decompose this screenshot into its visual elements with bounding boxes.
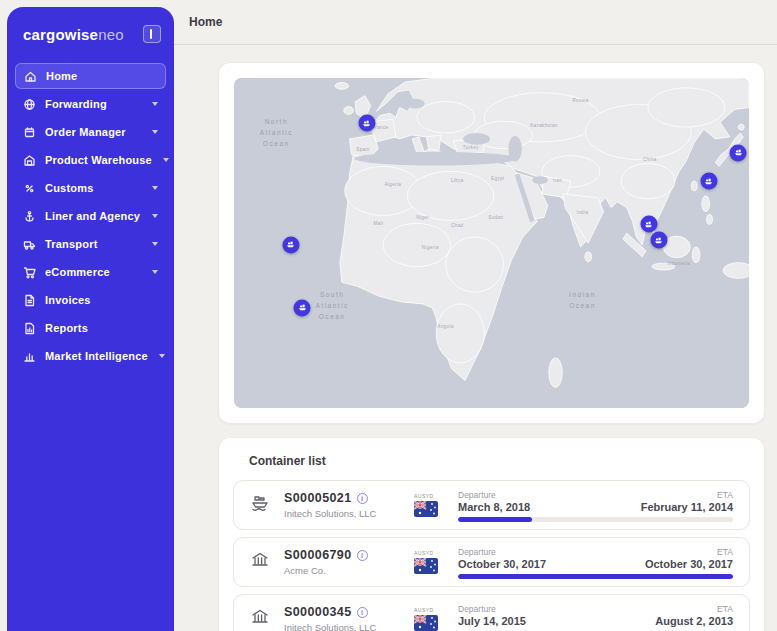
container-row[interactable]: S00006790i Acme Co. AUSYD Departure Octo… (233, 537, 750, 587)
anchor-icon (23, 210, 36, 223)
sidebar-item-invoices[interactable]: Invoices (15, 287, 166, 313)
ship-marker[interactable] (650, 232, 667, 249)
truck-icon (23, 238, 36, 251)
eta-label: ETA (641, 490, 733, 500)
sidebar-item-label: Liner and Agency (45, 210, 141, 222)
departure-label: Departure (458, 604, 526, 614)
home-icon (24, 70, 37, 83)
container-row[interactable]: S00000345i Initech Solutions, LLC AUSYD … (233, 594, 750, 631)
sidebar-item-label: Forwarding (45, 98, 141, 110)
ship-marker[interactable] (358, 115, 375, 132)
origin-flag-block: AUSYD (414, 607, 444, 631)
info-icon[interactable]: i (357, 493, 368, 504)
page-title: Home (189, 15, 222, 29)
sidebar-item-label: Product Warehouse (45, 154, 152, 166)
sidebar-item-forwarding[interactable]: Forwarding (15, 91, 166, 117)
eta-label: ETA (645, 547, 733, 557)
container-row[interactable]: S00005021i Initech Solutions, LLC AUSYD … (233, 480, 750, 530)
eta-date: August 2, 2013 (655, 615, 733, 627)
chevron-down-icon (152, 242, 158, 246)
port-code: AUSYD (414, 493, 444, 499)
percent-icon (23, 182, 36, 195)
sidebar-item-label: Order Manager (45, 126, 141, 138)
brand-logo: cargowiseneo (23, 26, 124, 43)
invoice-icon (23, 294, 36, 307)
container-list-title: Container list (249, 454, 750, 468)
departure-block: Departure October 30, 2017 (458, 547, 546, 570)
ship-icon (250, 493, 270, 517)
ship-marker[interactable] (294, 299, 311, 316)
departure-label: Departure (458, 547, 546, 557)
departure-date: July 14, 2015 (458, 615, 526, 627)
info-icon[interactable]: i (357, 550, 368, 561)
sidebar-item-label: Customs (45, 182, 141, 194)
ship-icon (733, 148, 743, 158)
world-map-svg (234, 78, 749, 408)
ship-icon (362, 118, 372, 128)
main-area: Home (174, 0, 777, 631)
sidebar-item-label: Transport (45, 238, 141, 250)
chevron-down-icon (152, 130, 158, 134)
sidebar-item-market-intelligence[interactable]: Market Intelligence (15, 343, 166, 369)
ship-marker[interactable] (640, 216, 657, 233)
building-icon (250, 607, 270, 631)
container-id: S00000345 (284, 605, 352, 619)
chevron-down-icon (152, 270, 158, 274)
container-id: S00005021 (284, 491, 352, 505)
eta-block: ETA October 30, 2017 (645, 547, 733, 570)
ship-icon (644, 219, 654, 229)
info-icon[interactable]: i (357, 607, 368, 618)
world-map[interactable]: NorthAtlanticOceanSouthAtlanticOceanIndi… (234, 78, 749, 408)
departure-block: Departure July 14, 2015 (458, 604, 526, 627)
building-icon (250, 550, 270, 574)
page-header: Home (174, 0, 777, 45)
sidebar-item-reports[interactable]: Reports (15, 315, 166, 341)
port-code: AUSYD (414, 607, 444, 613)
app-root: cargowiseneo Home Forwarding Order Manag… (0, 0, 777, 631)
departure-block: Departure March 8, 2018 (458, 490, 530, 513)
progress-fill (458, 517, 532, 522)
ship-icon (286, 240, 296, 250)
shipment-progress-block: Departure October 30, 2017 ETA October 3… (458, 545, 733, 579)
sidebar-item-order-manager[interactable]: Order Manager (15, 119, 166, 145)
eta-date: February 11, 2014 (641, 501, 733, 513)
company-name: Initech Solutions, LLC (284, 622, 400, 631)
departure-date: March 8, 2018 (458, 501, 530, 513)
origin-flag-block: AUSYD (414, 550, 444, 574)
eta-block: ETA August 2, 2013 (655, 604, 733, 627)
sidebar: cargowiseneo Home Forwarding Order Manag… (7, 7, 174, 631)
sidebar-item-transport[interactable]: Transport (15, 231, 166, 257)
chevron-down-icon (159, 354, 165, 358)
container-id: S00006790 (284, 548, 352, 562)
warehouse-icon (23, 154, 36, 167)
sidebar-item-liner-and-agency[interactable]: Liner and Agency (15, 203, 166, 229)
eta-label: ETA (655, 604, 733, 614)
ship-marker[interactable] (700, 173, 717, 190)
company-name: Initech Solutions, LLC (284, 508, 400, 519)
brand-light: neo (98, 26, 124, 43)
container-id-block: S00000345i Initech Solutions, LLC (284, 605, 400, 631)
ship-icon (297, 303, 307, 313)
departure-date: October 30, 2017 (458, 558, 546, 570)
sidebar-item-home[interactable]: Home (15, 63, 166, 89)
cart-icon (23, 266, 36, 279)
collapse-sidebar-icon[interactable] (143, 25, 161, 43)
australia-flag-icon (414, 558, 438, 574)
sidebar-item-customs[interactable]: Customs (15, 175, 166, 201)
chevron-down-icon (163, 158, 169, 162)
sidebar-item-ecommerce[interactable]: eCommerce (15, 259, 166, 285)
clipboard-icon (23, 126, 36, 139)
sidebar-item-product-warehouse[interactable]: Product Warehouse (15, 147, 166, 173)
container-id-block: S00006790i Acme Co. (284, 548, 400, 576)
chevron-down-icon (152, 214, 158, 218)
company-name: Acme Co. (284, 565, 400, 576)
ship-marker[interactable] (282, 236, 299, 253)
departure-label: Departure (458, 490, 530, 500)
sidebar-item-label: eCommerce (45, 266, 141, 278)
report-icon (23, 322, 36, 335)
logo-row: cargowiseneo (7, 7, 174, 55)
eta-block: ETA February 11, 2014 (641, 490, 733, 513)
sidebar-item-label: Home (46, 70, 157, 82)
ship-marker[interactable] (730, 144, 747, 161)
australia-flag-icon (414, 615, 438, 631)
